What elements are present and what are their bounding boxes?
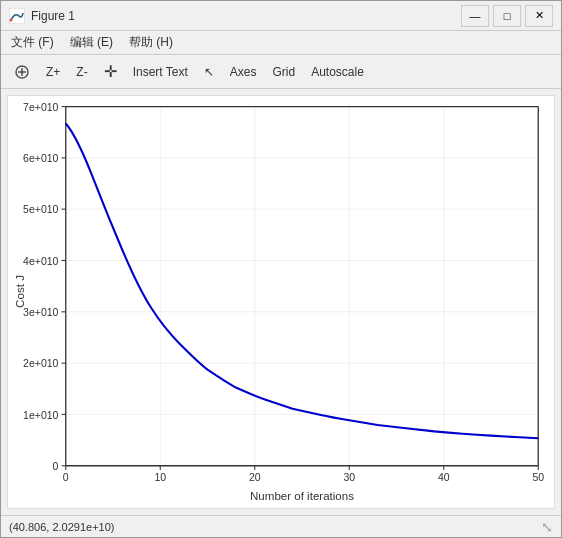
select-icon: ↖: [204, 65, 214, 79]
close-button[interactable]: ✕: [525, 5, 553, 27]
chart-area[interactable]: 7e+010 6e+010 5e+010 4e+010 3e+010 2e+01…: [7, 95, 555, 509]
svg-text:50: 50: [532, 471, 544, 483]
pan-button[interactable]: ✛: [97, 58, 124, 85]
svg-text:5e+010: 5e+010: [23, 203, 58, 215]
coordinates-display: (40.806, 2.0291e+10): [9, 521, 115, 533]
insert-text-button[interactable]: Insert Text: [126, 61, 195, 83]
svg-text:Number of iterations: Number of iterations: [250, 490, 354, 502]
svg-text:2e+010: 2e+010: [23, 357, 58, 369]
svg-text:1e+010: 1e+010: [23, 409, 58, 421]
autoscale-button[interactable]: Autoscale: [304, 61, 371, 83]
svg-text:6e+010: 6e+010: [23, 152, 58, 164]
svg-text:7e+010: 7e+010: [23, 101, 58, 113]
app-icon: [9, 8, 25, 24]
resize-icon: ⤡: [541, 519, 553, 535]
svg-text:10: 10: [154, 471, 166, 483]
chart-svg: 7e+010 6e+010 5e+010 4e+010 3e+010 2e+01…: [8, 96, 554, 508]
svg-text:30: 30: [343, 471, 355, 483]
svg-text:Cost J: Cost J: [14, 275, 26, 308]
svg-text:4e+010: 4e+010: [23, 255, 58, 267]
zoom-out-button[interactable]: Z-: [69, 61, 94, 83]
minimize-button[interactable]: —: [461, 5, 489, 27]
menu-bar: 文件 (F) 编辑 (E) 帮助 (H): [1, 31, 561, 55]
svg-point-1: [10, 18, 13, 21]
svg-text:3e+010: 3e+010: [23, 306, 58, 318]
zoom-in-button[interactable]: Z+: [39, 61, 67, 83]
svg-point-3: [21, 70, 24, 73]
title-bar: Figure 1 — □ ✕: [1, 1, 561, 31]
svg-text:40: 40: [438, 471, 450, 483]
title-controls: — □ ✕: [461, 5, 553, 27]
window-title: Figure 1: [31, 9, 75, 23]
select-button[interactable]: ↖: [197, 61, 221, 83]
status-bar: (40.806, 2.0291e+10) ⤡: [1, 515, 561, 537]
toolbar: Z+ Z- ✛ Insert Text ↖ Axes Grid Autoscal…: [1, 55, 561, 89]
main-window: Figure 1 — □ ✕ 文件 (F) 编辑 (E) 帮助 (H) Z+ Z…: [0, 0, 562, 538]
home-button[interactable]: [7, 60, 37, 84]
svg-text:0: 0: [63, 471, 69, 483]
grid-button[interactable]: Grid: [266, 61, 303, 83]
menu-edit[interactable]: 编辑 (E): [64, 32, 119, 53]
home-icon: [14, 64, 30, 80]
title-bar-left: Figure 1: [9, 8, 75, 24]
axes-button[interactable]: Axes: [223, 61, 264, 83]
menu-help[interactable]: 帮助 (H): [123, 32, 179, 53]
svg-text:0: 0: [53, 460, 59, 472]
pan-icon: ✛: [104, 62, 117, 81]
maximize-button[interactable]: □: [493, 5, 521, 27]
menu-file[interactable]: 文件 (F): [5, 32, 60, 53]
svg-text:20: 20: [249, 471, 261, 483]
